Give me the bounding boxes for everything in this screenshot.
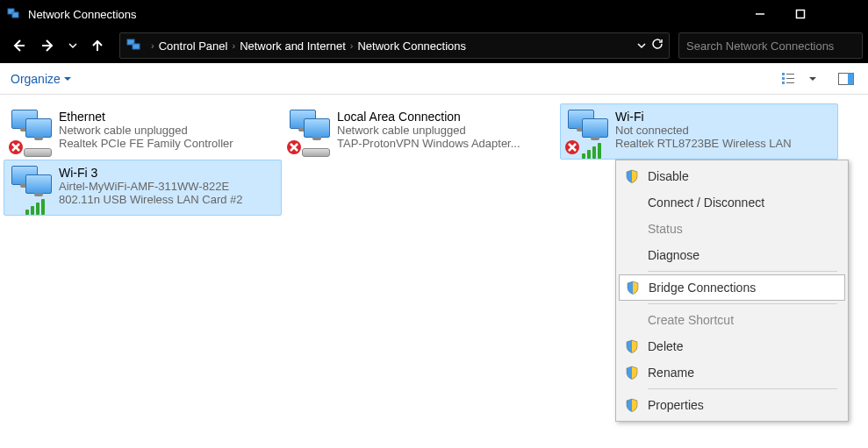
cable-icon: [24, 148, 52, 157]
back-button[interactable]: [5, 32, 32, 59]
menu-item-label: Rename: [648, 366, 694, 380]
menu-item-properties[interactable]: Properties: [618, 392, 846, 418]
connection-device: 802.11n USB Wireless LAN Card #2: [59, 193, 243, 206]
app-icon: [7, 7, 21, 21]
breadcrumb-control-panel[interactable]: Control Panel: [157, 39, 230, 53]
window-title: Network Connections: [28, 8, 740, 21]
menu-item-delete[interactable]: Delete: [618, 333, 846, 359]
wifi-signal-icon: [582, 143, 601, 159]
connection-item[interactable]: Local Area ConnectionNetwork cable unplu…: [282, 103, 560, 160]
minimize-button[interactable]: [740, 0, 780, 28]
connection-device: TAP-ProtonVPN Windows Adapter...: [337, 137, 520, 150]
breadcrumb-network-internet[interactable]: Network and Internet: [238, 39, 348, 53]
chevron-down-icon[interactable]: [637, 38, 646, 53]
menu-separator: [648, 388, 837, 389]
chevron-right-icon: ›: [348, 40, 356, 51]
menu-item-label: Diagnose: [648, 248, 699, 262]
menu-item-status: Status: [618, 216, 846, 242]
menu-item-rename[interactable]: Rename: [618, 359, 846, 386]
location-icon: [126, 37, 143, 54]
context-menu: DisableConnect / DisconnectStatusDiagnos…: [615, 160, 849, 422]
error-icon: [286, 139, 302, 155]
connection-status: Network cable unplugged: [59, 124, 233, 137]
organize-button[interactable]: Organize: [11, 72, 71, 86]
connection-item[interactable]: Wi-Fi 3Airtel-MyWiFi-AMF-311WW-822E802.1…: [4, 160, 282, 216]
connection-status: Network cable unplugged: [337, 124, 520, 137]
svg-rect-7: [133, 44, 140, 49]
forward-button[interactable]: [35, 32, 61, 59]
menu-item-label: Bridge Connections: [649, 281, 756, 295]
connection-name: Ethernet: [59, 110, 233, 124]
preview-pane-button[interactable]: [835, 68, 857, 90]
menu-item-label: Create Shortcut: [648, 313, 734, 327]
chevron-right-icon: ›: [148, 40, 157, 51]
search-input[interactable]: [686, 39, 855, 53]
svg-rect-15: [848, 73, 854, 84]
menu-separator: [648, 303, 837, 304]
menu-item-bridge-connections[interactable]: Bridge Connections: [619, 274, 845, 301]
menu-item-label: Properties: [648, 398, 704, 412]
connection-name: Wi-Fi: [615, 110, 792, 124]
title-bar: Network Connections: [0, 0, 868, 28]
maximize-button[interactable]: [780, 0, 821, 28]
cable-icon: [302, 148, 330, 157]
connection-item[interactable]: EthernetNetwork cable unpluggedRealtek P…: [4, 103, 282, 160]
refresh-icon[interactable]: [651, 38, 664, 53]
view-options-button[interactable]: [778, 68, 801, 90]
view-dropdown-button[interactable]: [807, 68, 819, 90]
menu-item-label: Status: [648, 222, 683, 236]
connection-device: Realtek RTL8723BE Wireless LAN: [615, 137, 792, 150]
command-bar: Organize: [0, 63, 868, 95]
connections-list: EthernetNetwork cable unpluggedRealtek P…: [0, 95, 868, 224]
chevron-down-icon: [64, 75, 71, 82]
connection-icon: [566, 110, 610, 153]
svg-rect-8: [782, 73, 785, 75]
recent-dropdown[interactable]: [65, 32, 81, 59]
menu-item-diagnose[interactable]: Diagnose: [618, 242, 846, 268]
error-icon: [564, 139, 580, 155]
menu-item-disable[interactable]: Disable: [618, 163, 846, 189]
connection-status: Not connected: [615, 124, 792, 137]
connection-icon: [288, 110, 332, 153]
svg-rect-10: [782, 82, 785, 84]
menu-item-label: Connect / Disconnect: [648, 196, 764, 210]
connection-name: Wi-Fi 3: [59, 166, 243, 180]
connection-icon: [10, 166, 54, 210]
menu-separator: [648, 271, 837, 272]
connection-item[interactable]: Wi-FiNot connectedRealtek RTL8723BE Wire…: [560, 103, 838, 160]
organize-label: Organize: [11, 72, 61, 86]
svg-rect-1: [12, 12, 18, 18]
navigation-bar: › Control Panel › Network and Internet ›…: [0, 28, 868, 63]
menu-item-connect-disconnect[interactable]: Connect / Disconnect: [618, 189, 846, 216]
connection-icon: [10, 110, 54, 153]
menu-item-label: Disable: [648, 169, 689, 183]
up-button[interactable]: [84, 32, 111, 59]
address-bar[interactable]: › Control Panel › Network and Internet ›…: [119, 32, 670, 59]
menu-item-create-shortcut: Create Shortcut: [618, 307, 846, 333]
search-box[interactable]: [678, 32, 863, 59]
connection-device: Realtek PCIe FE Family Controller: [59, 137, 233, 150]
error-icon: [8, 139, 24, 155]
breadcrumb-network-connections[interactable]: Network Connections: [355, 39, 468, 53]
wifi-signal-icon: [25, 199, 45, 215]
chevron-right-icon: ›: [229, 40, 238, 51]
connection-status: Airtel-MyWiFi-AMF-311WW-822E: [59, 180, 243, 193]
menu-item-label: Delete: [648, 339, 683, 353]
connection-name: Local Area Connection: [337, 110, 520, 124]
svg-rect-3: [797, 11, 805, 18]
svg-rect-9: [782, 77, 785, 80]
